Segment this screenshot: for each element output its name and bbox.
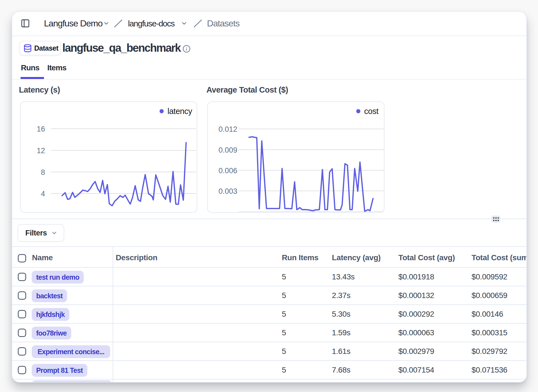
- svg-text:8: 8: [41, 168, 45, 177]
- svg-text:0.006: 0.006: [218, 167, 237, 175]
- svg-text:0.003: 0.003: [218, 187, 237, 195]
- svg-text:4: 4: [41, 190, 45, 198]
- svg-text:12: 12: [37, 147, 45, 155]
- svg-text:0.012: 0.012: [218, 125, 237, 133]
- svg-text:cost: cost: [364, 107, 379, 116]
- svg-text:latency: latency: [167, 107, 192, 116]
- svg-text:0.009: 0.009: [218, 146, 237, 154]
- svg-text:16: 16: [37, 125, 45, 133]
